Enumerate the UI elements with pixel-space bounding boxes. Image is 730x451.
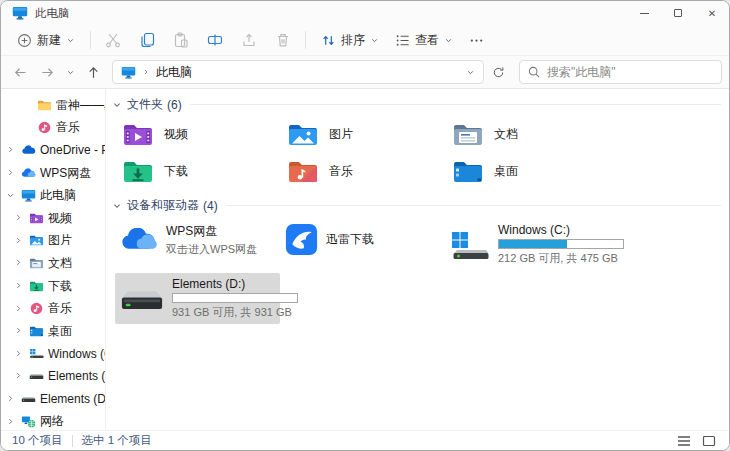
chevron-down-icon bbox=[112, 201, 122, 211]
new-icon bbox=[17, 33, 32, 48]
refresh-button[interactable] bbox=[486, 60, 511, 85]
expander[interactable] bbox=[6, 394, 17, 404]
expander[interactable] bbox=[14, 258, 25, 268]
drive-tile[interactable]: WPS网盘双击进入WPS网盘 bbox=[115, 219, 280, 261]
new-button[interactable]: 新建 bbox=[9, 28, 83, 53]
chevron-down-icon bbox=[6, 191, 15, 200]
status-bar: 10 个项目 选中 1 个项目 bbox=[1, 430, 729, 450]
video-folder-icon bbox=[29, 212, 44, 225]
sidebar-item[interactable]: 图片 bbox=[1, 230, 105, 253]
up-button[interactable] bbox=[81, 60, 106, 85]
address-dropdown-icon[interactable] bbox=[466, 68, 475, 77]
sidebar-item[interactable]: 雷神——星战2 bbox=[1, 94, 105, 117]
drive-name: 迅雷下载 bbox=[326, 231, 374, 248]
selected-count: 选中 1 个项目 bbox=[82, 433, 152, 448]
recent-locations-button[interactable] bbox=[62, 60, 79, 85]
this-pc-icon bbox=[21, 189, 36, 202]
sort-button[interactable]: 排序 bbox=[313, 28, 387, 53]
this-pc-icon bbox=[121, 66, 136, 79]
section-header[interactable]: 设备和驱动器(4) bbox=[112, 196, 721, 215]
documents-folder-icon bbox=[452, 122, 484, 148]
sidebar-item-label: 网络 bbox=[40, 413, 64, 430]
toolbar-divider bbox=[305, 31, 306, 49]
large-icons-view-button[interactable] bbox=[702, 434, 718, 447]
cut-button[interactable] bbox=[98, 28, 128, 53]
folder-tile[interactable]: 下载 bbox=[118, 155, 283, 188]
copy-button[interactable] bbox=[132, 28, 162, 53]
downloads-folder-icon bbox=[122, 159, 154, 185]
view-button-label: 查看 bbox=[415, 32, 439, 49]
chevron-down-icon bbox=[112, 100, 122, 110]
window-title: 此电脑 bbox=[35, 6, 70, 21]
paste-button[interactable] bbox=[166, 28, 196, 53]
expander[interactable] bbox=[14, 281, 25, 291]
pictures-folder-icon bbox=[287, 122, 319, 148]
pictures-folder-icon bbox=[29, 234, 44, 247]
close-button[interactable]: ✕ bbox=[695, 1, 729, 25]
drive-subtitle: 931 GB 可用, 共 931 GB bbox=[172, 305, 275, 320]
details-view-button[interactable] bbox=[677, 434, 693, 447]
drive-subtitle: 212 GB 可用, 共 475 GB bbox=[498, 251, 605, 266]
sidebar-item[interactable]: 音乐 bbox=[1, 117, 105, 140]
expander[interactable] bbox=[6, 417, 17, 427]
expander[interactable] bbox=[6, 168, 17, 178]
sidebar-item[interactable]: 下载 bbox=[1, 275, 105, 298]
maximize-button[interactable] bbox=[661, 1, 695, 25]
drive-info: Windows (C:)212 GB 可用, 共 475 GB bbox=[498, 223, 605, 266]
more-options-button[interactable] bbox=[461, 29, 492, 52]
wps-cloud-icon bbox=[21, 167, 36, 180]
downloads-folder-icon bbox=[29, 280, 44, 293]
titlebar: 此电脑 ✕ bbox=[1, 1, 729, 25]
sidebar-item[interactable]: 视频 bbox=[1, 207, 105, 230]
sidebar-item[interactable]: 此电脑 bbox=[1, 184, 105, 207]
expander[interactable] bbox=[14, 213, 25, 223]
capacity-bar-fill bbox=[499, 240, 567, 248]
expander[interactable] bbox=[14, 349, 25, 359]
breadcrumb-location[interactable]: 此电脑 bbox=[156, 64, 192, 81]
sidebar-item[interactable]: 桌面 bbox=[1, 320, 105, 343]
sidebar-item[interactable]: Elements (D:) bbox=[1, 388, 105, 411]
drive-tile[interactable]: Windows (C:)212 GB 可用, 共 475 GB bbox=[445, 219, 610, 270]
sidebar-item[interactable]: WPS网盘 bbox=[1, 162, 105, 185]
sidebar-item[interactable]: 音乐 bbox=[1, 297, 105, 320]
folder-tile-label: 桌面 bbox=[494, 163, 518, 180]
back-button[interactable] bbox=[8, 60, 33, 85]
search-input[interactable]: 搜索"此电脑" bbox=[519, 60, 722, 84]
expander[interactable] bbox=[6, 191, 17, 201]
expander[interactable] bbox=[14, 236, 25, 246]
sidebar-item[interactable]: 网络 bbox=[1, 410, 105, 430]
section-header[interactable]: 文件夹(6) bbox=[112, 95, 721, 114]
folder-tile[interactable]: 视频 bbox=[118, 118, 283, 151]
delete-button[interactable] bbox=[268, 28, 298, 53]
drive-subtitle: 双击进入WPS网盘 bbox=[166, 242, 257, 257]
expander[interactable] bbox=[14, 371, 25, 381]
address-bar[interactable]: 此电脑 bbox=[112, 60, 484, 84]
folder-tile[interactable]: 音乐 bbox=[283, 155, 448, 188]
share-button[interactable] bbox=[234, 28, 264, 53]
folder-tile[interactable]: 文档 bbox=[448, 118, 613, 151]
folders-grid: 视频图片文档下载音乐桌面 bbox=[118, 118, 721, 188]
folder-icon bbox=[37, 99, 52, 112]
drives-grid: WPS网盘双击进入WPS网盘迅雷下载Windows (C:)212 GB 可用,… bbox=[115, 219, 721, 324]
onedrive-icon bbox=[21, 144, 36, 157]
folder-tile[interactable]: 桌面 bbox=[448, 155, 613, 188]
forward-button[interactable] bbox=[35, 60, 60, 85]
drive-tile[interactable]: Elements (D:)931 GB 可用, 共 931 GB bbox=[115, 273, 280, 324]
sidebar-item[interactable]: Windows (C:) bbox=[1, 343, 105, 366]
expander[interactable] bbox=[6, 145, 17, 155]
chevron-right-icon bbox=[14, 213, 23, 222]
drive-tile[interactable]: 迅雷下载 bbox=[280, 219, 445, 260]
expander[interactable] bbox=[14, 304, 25, 314]
rename-button[interactable] bbox=[200, 28, 230, 53]
drive-info: WPS网盘双击进入WPS网盘 bbox=[166, 223, 257, 257]
folder-tile-label: 文档 bbox=[494, 126, 518, 143]
sidebar-item[interactable]: 文档 bbox=[1, 252, 105, 275]
sidebar-item[interactable]: OneDrive - Pers bbox=[1, 139, 105, 162]
sidebar-item-label: 音乐 bbox=[48, 300, 72, 317]
view-button[interactable]: 查看 bbox=[387, 28, 461, 53]
sidebar-item[interactable]: Elements (D:) bbox=[1, 365, 105, 388]
expander[interactable] bbox=[14, 326, 25, 336]
folder-tile[interactable]: 图片 bbox=[283, 118, 448, 151]
folder-tile-label: 下载 bbox=[164, 163, 188, 180]
minimize-button[interactable] bbox=[627, 1, 661, 25]
